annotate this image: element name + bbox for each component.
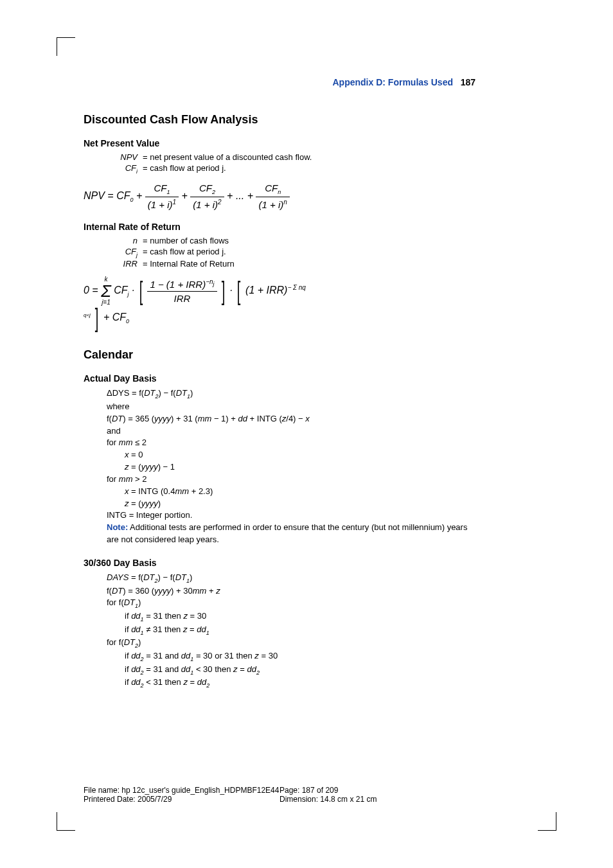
note-label: Note:: [107, 522, 128, 532]
basis360-body: DAYS = f(DT2) − f(DT1) f(DT) = 360 (yyyy…: [107, 572, 475, 690]
def-irr-symbol: IRR: [107, 259, 143, 269]
npv-definitions: NPV = net present value of a discounted …: [107, 152, 475, 175]
def-cf-text: = cash flow at period j.: [143, 163, 475, 175]
section-calendar-heading: Calendar: [84, 348, 475, 362]
sum-icon: kΣj=1: [101, 276, 111, 306]
section-dcf-heading: Discounted Cash Flow Analysis: [84, 113, 475, 127]
footer-dimension: Dimension: 14.8 cm x 21 cm: [280, 795, 475, 804]
def-cf-symbol: CFi: [107, 163, 143, 175]
npv-formula: NPV = CF0 + CF1(1 + i)1 + CF2(1 + i)2 + …: [84, 182, 475, 210]
def-npv-text: = net present value of a discounted cash…: [143, 152, 475, 162]
actual-heading: Actual Day Basis: [84, 373, 475, 384]
footer-filename: File name: hp 12c_user's guide_English_H…: [84, 786, 280, 795]
page-footer: File name: hp 12c_user's guide_English_H…: [84, 786, 475, 804]
running-header: Appendix D: Formulas Used 187: [84, 77, 475, 87]
crop-mark-br: [538, 812, 556, 831]
footer-printed-date: Printered Date: 2005/7/29: [84, 795, 280, 804]
crop-mark-bl: [57, 812, 75, 831]
irr-heading: Internal Rate of Return: [84, 222, 475, 232]
def-irr-text: = Internal Rate of Return: [143, 259, 475, 269]
basis360-heading: 30/360 Day Basis: [84, 558, 475, 568]
npv-heading: Net Present Value: [84, 138, 475, 148]
def-npv-symbol: NPV: [107, 152, 143, 162]
irr-formula: 0 = kΣj=1 CFj · [ 1 − (1 + IRR)−njIRR ] …: [84, 276, 475, 330]
footer-page: Page: 187 of 209: [280, 786, 475, 795]
def-n-symbol: n: [107, 236, 143, 245]
def-cfj-text: = cash flow at period j.: [143, 247, 475, 258]
crop-mark-tl: [57, 37, 75, 56]
irr-definitions: n = number of cash flows CFj = cash flow…: [107, 236, 475, 269]
appendix-title: Appendix D: Formulas Used: [333, 77, 453, 87]
page-number: 187: [461, 77, 475, 87]
def-n-text: = number of cash flows: [143, 236, 475, 245]
actual-body: ΔDYS = f(DT2) − f(DT1) where f(DT) = 365…: [107, 387, 475, 546]
def-cfj-symbol: CFj: [107, 247, 143, 258]
page-content: Appendix D: Formulas Used 187 Discounted…: [84, 77, 475, 690]
